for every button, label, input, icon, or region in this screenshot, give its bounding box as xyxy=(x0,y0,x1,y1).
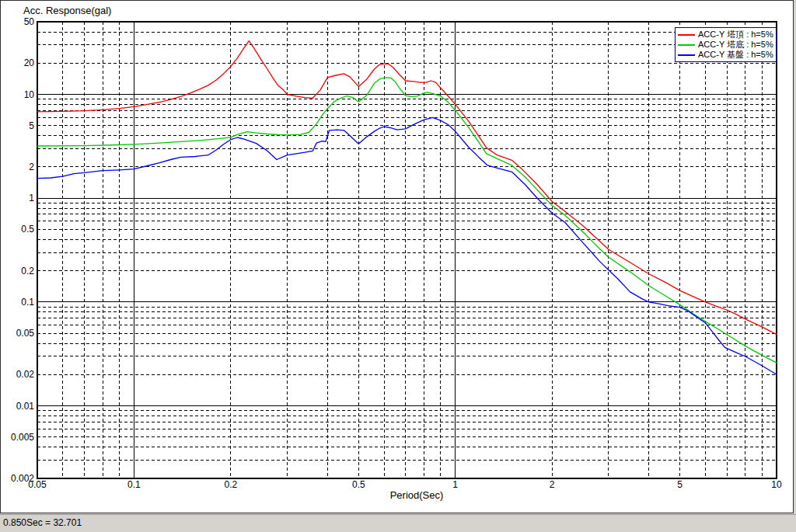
legend-item: ACC-Y 基盤 : h=5% xyxy=(676,50,776,60)
svg-text:1: 1 xyxy=(29,193,34,203)
svg-text:0.5: 0.5 xyxy=(21,224,34,235)
y-axis-title: Acc. Response(gal) xyxy=(23,5,111,16)
legend-label: ACC-Y 基盤 : h=5% xyxy=(698,50,773,60)
status-text: 0.850Sec = 32.701 xyxy=(3,517,82,528)
legend-label: ACC-Y 塔頂 : h=5% xyxy=(698,30,773,40)
legend-item: ACC-Y 塔頂 : h=5% xyxy=(676,30,776,40)
svg-text:10: 10 xyxy=(771,479,782,490)
svg-text:50: 50 xyxy=(24,16,35,27)
svg-text:1: 1 xyxy=(452,479,458,490)
legend-line-blue xyxy=(678,54,695,56)
svg-text:5: 5 xyxy=(677,479,683,490)
svg-text:0.2: 0.2 xyxy=(21,266,34,276)
status-bar: 0.850Sec = 32.701 xyxy=(0,514,796,532)
svg-text:0.2: 0.2 xyxy=(224,479,237,490)
svg-text:0.002: 0.002 xyxy=(11,473,34,484)
chart-plot-area[interactable]: 0.050.10.20.5125105020105210.50.20.10.05… xyxy=(1,1,793,513)
chart-window: 0.050.10.20.5125105020105210.50.20.10.05… xyxy=(0,0,794,513)
svg-text:0.02: 0.02 xyxy=(16,369,35,380)
legend-item: ACC-Y 塔底 : h=5% xyxy=(676,40,776,50)
svg-text:2: 2 xyxy=(29,162,34,172)
svg-text:0.01: 0.01 xyxy=(16,401,35,412)
legend: ACC-Y 塔頂 : h=5% ACC-Y 塔底 : h=5% ACC-Y 基盤… xyxy=(675,27,777,62)
svg-text:0.1: 0.1 xyxy=(127,479,141,490)
svg-text:0.05: 0.05 xyxy=(16,328,35,339)
svg-text:0.1: 0.1 xyxy=(21,297,34,308)
legend-line-green xyxy=(678,44,695,46)
svg-text:10: 10 xyxy=(24,89,35,100)
svg-text:0.005: 0.005 xyxy=(11,432,34,443)
legend-line-red xyxy=(678,34,695,36)
svg-text:5: 5 xyxy=(29,120,34,131)
legend-label: ACC-Y 塔底 : h=5% xyxy=(698,40,773,50)
response-spectrum-chart[interactable]: 0.050.10.20.5125105020105210.50.20.10.05… xyxy=(1,1,793,513)
svg-text:0.5: 0.5 xyxy=(352,479,365,490)
svg-text:20: 20 xyxy=(24,57,35,68)
x-axis-title: Period(Sec) xyxy=(362,489,471,501)
svg-text:2: 2 xyxy=(550,479,555,490)
